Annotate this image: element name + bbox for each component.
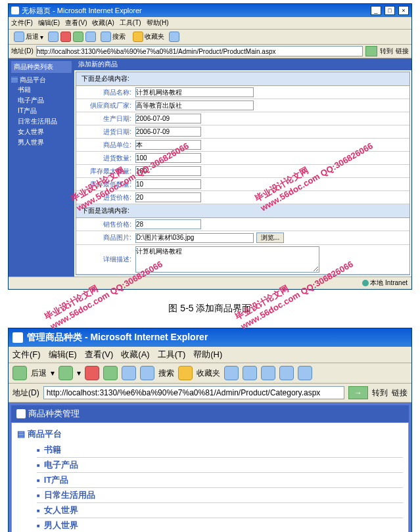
- label-in-date: 进货日期:: [76, 127, 135, 137]
- sidebar-item[interactable]: IT产品: [18, 106, 72, 116]
- input-stock-min[interactable]: [135, 179, 201, 189]
- go-button[interactable]: →: [348, 386, 368, 399]
- address-bar: 地址(D) 转到 链接: [9, 45, 411, 58]
- close-button[interactable]: ×: [398, 6, 409, 15]
- statusbar: 本地 Intranet: [9, 277, 411, 289]
- add-product-window: 无标题页 - Microsoft Internet Explorer _ □ ×…: [8, 3, 412, 290]
- sidebar-item[interactable]: 女人世界: [18, 127, 72, 137]
- input-unit[interactable]: [135, 140, 201, 150]
- toolbar: 后退 ▾ ▾ 搜索 收藏夹: [9, 363, 411, 384]
- address-input[interactable]: [43, 386, 344, 399]
- tree-root[interactable]: ▤ 商品平台: [11, 76, 72, 85]
- menu-file[interactable]: 文件(F): [12, 349, 41, 361]
- window-buttons: _ □ ×: [369, 6, 409, 15]
- search-label[interactable]: 搜索: [158, 368, 174, 379]
- search-button[interactable]: 搜索: [98, 31, 128, 43]
- go-button[interactable]: [365, 46, 377, 56]
- discuss-icon[interactable]: [298, 366, 312, 380]
- category-item[interactable]: 日常生活用品: [37, 488, 403, 503]
- star-icon[interactable]: [178, 366, 193, 380]
- home-icon[interactable]: [122, 366, 136, 380]
- stop-icon[interactable]: [85, 366, 99, 380]
- print-icon[interactable]: [261, 366, 275, 380]
- input-stock-max[interactable]: [135, 166, 201, 176]
- forward-icon[interactable]: [48, 32, 58, 42]
- menu-help[interactable]: 帮助(H): [147, 18, 169, 28]
- home-icon[interactable]: [85, 32, 96, 42]
- category-item[interactable]: IT产品: [37, 473, 403, 488]
- mail-icon[interactable]: [243, 366, 257, 380]
- label-desc: 详细描述:: [76, 255, 135, 264]
- titlebar: 管理商品种类 - Microsoft Internet Explorer: [9, 328, 411, 347]
- zone-icon: [362, 280, 369, 286]
- browse-button[interactable]: 浏览...: [256, 233, 284, 243]
- ie-icon: [11, 7, 19, 14]
- minimize-button[interactable]: _: [371, 6, 381, 15]
- back-icon[interactable]: [12, 366, 27, 380]
- category-mgmt-window: 管理商品种类 - Microsoft Internet Explorer 文件(…: [8, 328, 412, 532]
- favorites-button[interactable]: 收藏夹: [130, 31, 167, 43]
- form-header: 添加新的商品: [74, 58, 411, 70]
- input-in-date[interactable]: [135, 127, 201, 137]
- history-icon[interactable]: [224, 366, 239, 380]
- address-input[interactable]: [36, 46, 363, 56]
- address-label: 地址(D): [12, 388, 39, 399]
- sidebar-item[interactable]: 书籍: [18, 85, 72, 95]
- input-supplier[interactable]: [135, 100, 254, 110]
- menu-tools[interactable]: 工具(T): [120, 18, 141, 28]
- category-item[interactable]: 男人世界: [37, 518, 403, 532]
- textarea-desc[interactable]: 计算机网络教程: [135, 246, 319, 273]
- menu-edit[interactable]: 编辑(E): [38, 18, 60, 28]
- menu-fav[interactable]: 收藏(A): [121, 349, 149, 361]
- input-name[interactable]: [135, 87, 254, 97]
- tree-root[interactable]: 商品平台: [17, 428, 403, 440]
- menu-help[interactable]: 帮助(H): [193, 349, 222, 361]
- menu-file[interactable]: 文件(F): [11, 18, 33, 28]
- sidebar-item[interactable]: 男人世界: [18, 137, 72, 148]
- input-sell-price[interactable]: [135, 219, 201, 229]
- edit-icon[interactable]: [279, 366, 294, 380]
- maximize-button[interactable]: □: [385, 6, 395, 15]
- section-required: 下面是必填内容:: [76, 72, 409, 86]
- links-label[interactable]: 链接: [392, 388, 408, 399]
- go-label[interactable]: 转到: [380, 47, 393, 56]
- go-label[interactable]: 转到: [372, 388, 388, 399]
- label-unit: 商品单位:: [76, 141, 135, 150]
- menu-edit[interactable]: 编辑(E): [49, 349, 77, 361]
- panel-title: 商品种类管理: [28, 408, 80, 420]
- back-label[interactable]: 后退: [31, 368, 47, 379]
- window-title: 无标题页 - Microsoft Internet Explorer: [22, 6, 142, 16]
- input-qty[interactable]: [135, 153, 201, 163]
- label-qty: 进货数量:: [76, 154, 135, 163]
- input-in-price[interactable]: [135, 192, 201, 202]
- menu-tools[interactable]: 工具(T): [158, 349, 186, 361]
- label-stock-min: 库存最低数量:: [76, 180, 135, 189]
- toolbar: 后退 ▾ 搜索 收藏夹: [9, 30, 411, 45]
- back-button[interactable]: 后退 ▾: [11, 31, 46, 43]
- label-supplier: 供应商或厂家:: [76, 101, 135, 110]
- sidebar-title: 商品种类列表: [11, 61, 72, 73]
- category-item[interactable]: 电子产品: [37, 458, 403, 473]
- fav-label[interactable]: 收藏夹: [197, 368, 220, 379]
- category-item[interactable]: 女人世界: [37, 503, 403, 518]
- refresh-icon[interactable]: [73, 32, 83, 42]
- refresh-icon[interactable]: [103, 366, 118, 380]
- input-mfg-date[interactable]: [135, 114, 201, 123]
- category-sidebar: 商品种类列表 ▤ 商品平台 书籍 电子产品 IT产品 日常生活用品 女人世界 男…: [9, 58, 74, 277]
- menu-view[interactable]: 查看(V): [65, 18, 87, 28]
- zone-label: 本地 Intranet: [370, 278, 408, 288]
- links-label[interactable]: 链接: [396, 47, 409, 56]
- menu-fav[interactable]: 收藏(A): [92, 18, 114, 28]
- figure-caption-1: 图 5-5 添加商品界面: [0, 293, 420, 324]
- stop-icon[interactable]: [60, 32, 71, 42]
- sidebar-item[interactable]: 日常生活用品: [18, 116, 72, 127]
- forward-icon[interactable]: [58, 366, 73, 380]
- input-pic[interactable]: [135, 233, 254, 243]
- search-icon[interactable]: [140, 366, 154, 380]
- history-icon[interactable]: [169, 32, 179, 42]
- panel-icon: [16, 409, 26, 418]
- sidebar-item[interactable]: 电子产品: [18, 95, 72, 106]
- category-item[interactable]: 书籍: [37, 443, 403, 458]
- menu-view[interactable]: 查看(V): [85, 349, 113, 361]
- section-optional: 下面是选填内容:: [76, 204, 409, 218]
